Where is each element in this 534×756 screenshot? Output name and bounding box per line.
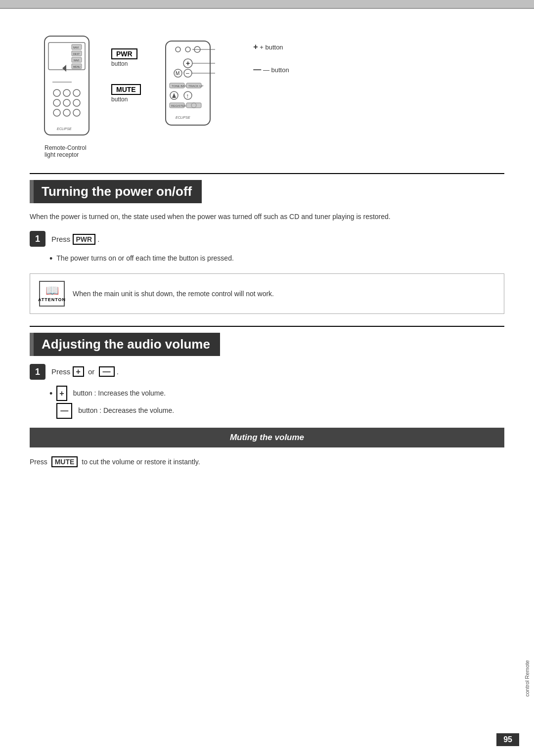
bullet2-1-text: button : Increases the volume.: [73, 388, 166, 400]
page-number: 95: [496, 733, 519, 746]
svg-text:MENU: MENU: [73, 65, 81, 68]
mute-section: MUTE button: [111, 84, 141, 103]
step1-dot: .: [97, 235, 99, 243]
sidebar-labels: Remote control: [524, 660, 530, 697]
bullet1-text: The power turns on or off each time the …: [56, 253, 234, 265]
svg-rect-42: [186, 103, 201, 108]
section1-description: When the power is turned on, the state u…: [30, 211, 504, 222]
svg-point-12: [53, 89, 60, 96]
sidebar-label1: Remote: [524, 660, 530, 679]
attention-icon: 📖 ATTENTON: [39, 281, 65, 307]
svg-text:M: M: [176, 71, 179, 76]
svg-point-24: [185, 47, 190, 52]
muting-post: to cut the volume or restore it instantl…: [82, 458, 200, 466]
svg-text:+: +: [186, 59, 190, 67]
remote-label-line1: Remote-Control: [44, 144, 87, 151]
svg-text:NAVI: NAVI: [73, 46, 79, 49]
svg-point-23: [176, 47, 180, 52]
minus-label-text: — button: [263, 66, 289, 74]
page: NAVI DEST NAVI MENU: [0, 0, 534, 756]
remote-svg: NAVI DEST NAVI MENU: [30, 34, 106, 147]
step2-text: Press + or — .: [51, 367, 119, 376]
bullet2-2-text: button : Decreases the volume.: [78, 405, 174, 417]
bullet1: • The power turns on or off each time th…: [49, 253, 504, 265]
mute-sub: button: [111, 96, 141, 103]
step2-plus: +: [73, 366, 84, 377]
svg-point-16: [63, 99, 70, 106]
section1-bullets: • The power turns on or off each time th…: [49, 253, 504, 265]
svg-text:REGISTER: REGISTER: [171, 104, 186, 107]
svg-point-17: [73, 99, 80, 106]
svg-point-15: [53, 99, 60, 106]
plus-label-text: + button: [260, 44, 283, 51]
mute-label: MUTE: [111, 84, 141, 95]
remote-right: + M – TONE BAS TRACK UP ↑: [151, 39, 250, 139]
svg-text:DEST: DEST: [73, 52, 80, 55]
muting-bold: MUTE: [51, 456, 78, 467]
svg-text:↑: ↑: [186, 92, 189, 99]
pwr-label: PWR: [111, 48, 137, 59]
attention-text: When the main unit is shut down, the rem…: [73, 289, 274, 299]
bullet2-1: • + button : Increases the volume.: [49, 386, 504, 401]
section2-title-bar: Adjusting the audio volume: [30, 333, 504, 356]
remote-right-svg: + M – TONE BAS TRACK UP ↑: [151, 39, 250, 137]
svg-text:ECLIPSE: ECLIPSE: [176, 116, 190, 119]
remote-label-line2: light receptor: [44, 151, 79, 158]
muting-pre: Press: [30, 458, 47, 466]
svg-point-19: [63, 109, 70, 116]
step2-dot: .: [117, 367, 119, 376]
muting-bar-text: Muting the volume: [230, 433, 304, 442]
plus-button-label: + + button: [253, 43, 289, 51]
attention-label: ATTENTON: [38, 297, 66, 302]
svg-point-13: [63, 89, 70, 96]
minus-button-label: — — button: [253, 65, 289, 74]
mute-row: MUTE: [111, 84, 141, 95]
sidebar-label2: control: [524, 680, 530, 697]
svg-text:–: –: [186, 70, 189, 77]
section1-step1: 1 Press PWR .: [30, 231, 504, 247]
svg-point-20: [73, 109, 80, 116]
muting-bar: Muting the volume: [30, 428, 504, 447]
svg-text:NAVI: NAVI: [74, 59, 79, 62]
step2-or: or: [88, 367, 94, 376]
section1-title: Turning the power on/off: [42, 184, 192, 199]
bullet2-minus-sym: —: [56, 403, 72, 418]
diagram-middle: PWR button MUTE button: [111, 48, 141, 103]
step2-badge: 1: [30, 364, 45, 380]
svg-text:TRACK UP: TRACK UP: [188, 85, 203, 88]
step1-pwr-bold: PWR: [73, 234, 96, 245]
pwr-sub: button: [111, 60, 141, 67]
step1-press: Press: [51, 235, 70, 243]
section2-bullets: • + button : Increases the volume. • — b…: [49, 386, 504, 418]
attention-book-icon: 📖: [45, 285, 59, 296]
svg-marker-37: [172, 93, 176, 98]
svg-marker-10: [62, 65, 66, 72]
svg-rect-0: [44, 36, 89, 135]
muting-description: Press MUTE to cut the volume or restore …: [30, 456, 504, 467]
content: NAVI DEST NAVI MENU: [0, 9, 534, 506]
pwr-row: PWR: [111, 48, 141, 59]
section1-title-bar: Turning the power on/off: [30, 180, 504, 203]
step1-badge: 1: [30, 231, 45, 247]
section2-divider: [30, 326, 504, 327]
diagram-section: NAVI DEST NAVI MENU: [30, 34, 504, 158]
svg-text:TONE BAS: TONE BAS: [172, 85, 186, 88]
step1-text: Press PWR .: [51, 235, 100, 243]
svg-text:ECLIPSE: ECLIPSE: [57, 127, 72, 131]
remote-left: NAVI DEST NAVI MENU: [30, 34, 106, 158]
svg-point-14: [73, 89, 80, 96]
section2-step1: 1 Press + or — .: [30, 364, 504, 380]
pwr-section: PWR button: [111, 48, 141, 67]
section1-divider: [30, 173, 504, 174]
bullet2-plus-sym: +: [56, 386, 67, 401]
step2-minus: —: [99, 366, 115, 377]
plus-minus-labels: + + button — — button: [253, 43, 289, 74]
bullet2-2: • — button : Decreases the volume.: [49, 403, 504, 418]
section2-title: Adjusting the audio volume: [42, 337, 210, 352]
attention-box: 📖 ATTENTON When the main unit is shut do…: [30, 273, 504, 314]
top-bar: [0, 0, 534, 9]
svg-point-18: [53, 109, 60, 116]
step2-press: Press: [51, 367, 70, 376]
